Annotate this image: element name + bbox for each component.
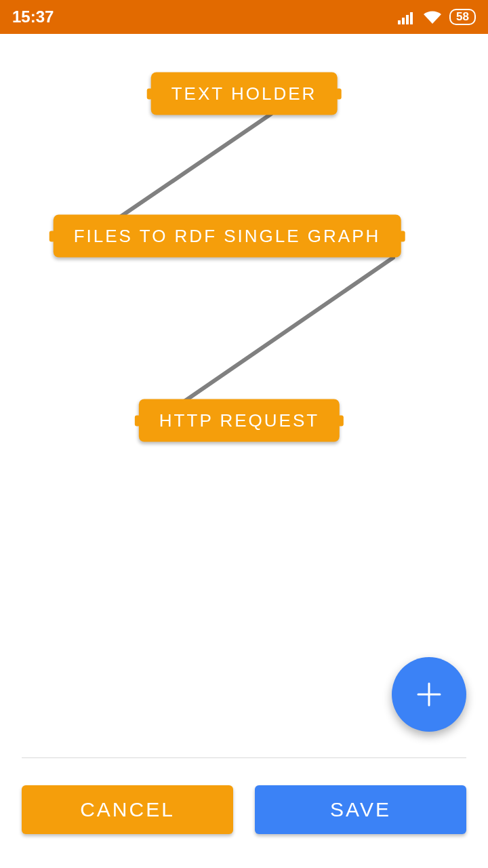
node-input-port-icon[interactable]: [135, 415, 140, 426]
signal-icon: [398, 9, 415, 24]
node-output-port-icon[interactable]: [336, 88, 341, 99]
node-input-port-icon[interactable]: [49, 231, 55, 241]
wifi-icon: [422, 9, 443, 24]
graph-canvas[interactable]: TEXT HOLDER FILES TO RDF SINGLE GRAPH HT…: [0, 34, 488, 756]
cancel-button[interactable]: CANCEL: [22, 785, 233, 834]
node-text-holder[interactable]: TEXT HOLDER: [151, 73, 338, 115]
svg-rect-1: [402, 18, 405, 24]
save-button[interactable]: SAVE: [255, 785, 466, 834]
svg-rect-0: [398, 20, 401, 24]
status-bar: 15:37 58: [0, 0, 488, 34]
node-label: TEXT HOLDER: [171, 83, 317, 104]
add-node-fab[interactable]: [392, 657, 466, 732]
node-files-to-rdf[interactable]: FILES TO RDF SINGLE GRAPH: [54, 215, 401, 258]
footer-divider: [22, 757, 466, 758]
plus-icon: [414, 679, 444, 709]
footer-actions: CANCEL SAVE: [0, 785, 488, 834]
status-icons: 58: [398, 9, 476, 25]
svg-rect-2: [406, 15, 409, 24]
graph-edges: [0, 34, 488, 756]
cancel-button-label: CANCEL: [80, 798, 175, 821]
node-label: HTTP REQUEST: [159, 410, 319, 431]
node-output-port-icon[interactable]: [338, 415, 344, 426]
node-http-request[interactable]: HTTP REQUEST: [139, 399, 340, 442]
edge-files-to-http-request: [176, 258, 393, 407]
save-button-label: SAVE: [330, 798, 391, 821]
node-label: FILES TO RDF SINGLE GRAPH: [74, 226, 381, 246]
status-time: 15:37: [12, 7, 54, 26]
svg-rect-3: [410, 12, 413, 24]
node-output-port-icon[interactable]: [399, 231, 405, 241]
battery-indicator: 58: [449, 9, 476, 25]
edge-text-holder-to-files: [105, 114, 271, 227]
node-input-port-icon[interactable]: [147, 88, 152, 99]
